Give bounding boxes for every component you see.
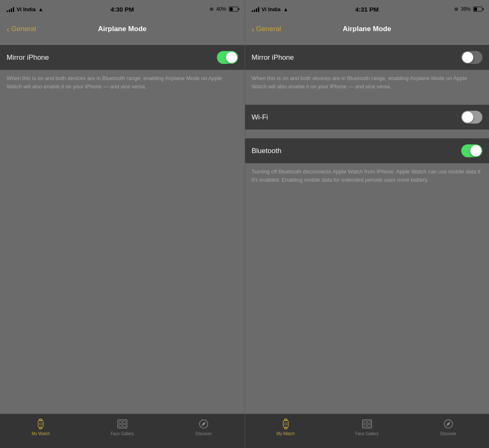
mirror-iphone-row-2: Mirror iPhone [245, 45, 489, 70]
status-left-2: Vi India ▲ [252, 6, 289, 12]
toggle-knob-2 [462, 52, 473, 63]
panel-1: Vi India ▲ 4:30 PM ⊕ 40% ‹ General Airpl… [0, 0, 245, 448]
battery-1 [229, 7, 238, 12]
discover-icon-2 [443, 418, 454, 430]
svg-rect-5 [119, 421, 122, 424]
mirror-iphone-desc-1: When this is on and both devices are in … [0, 70, 245, 96]
wifi-status-icon-2: ▲ [283, 6, 289, 12]
face-gallery-icon-1 [117, 418, 128, 430]
wifi-row: Wi-Fi [245, 105, 489, 130]
mirror-iphone-section-2: Mirror iPhone When this is on and both d… [245, 45, 489, 96]
back-chevron-icon-2: ‹ [252, 25, 255, 33]
svg-rect-7 [119, 424, 122, 427]
battery-2 [473, 7, 482, 12]
battery-percent-2: 39% [461, 6, 471, 12]
time-2: 4:31 PM [355, 6, 379, 13]
nav-bar-1: ‹ General Airplane Mode [0, 18, 245, 40]
back-button-2[interactable]: ‹ General [252, 25, 281, 33]
svg-rect-19 [367, 424, 370, 427]
status-left-1: Vi India ▲ [7, 6, 44, 12]
wifi-section: Wi-Fi [245, 105, 489, 130]
panel-2: Vi India ▲ 4:31 PM ⊕ 39% ‹ General Airpl… [245, 0, 489, 448]
tab-face-gallery-2[interactable]: Face Gallery [326, 418, 408, 436]
discover-icon-1 [198, 418, 209, 430]
carrier-1: Vi India [17, 6, 36, 12]
tab-my-watch-label-2: My Watch [277, 431, 295, 436]
tab-face-gallery-1[interactable]: Face Gallery [82, 418, 163, 436]
status-bar-1: Vi India ▲ 4:30 PM ⊕ 40% [0, 0, 245, 18]
wifi-toggle[interactable] [461, 111, 482, 124]
toggle-knob-1 [226, 52, 237, 63]
svg-rect-11 [283, 420, 288, 428]
tab-discover-label-1: Discover [196, 431, 212, 436]
wifi-toggle-knob [462, 112, 473, 123]
svg-rect-13 [285, 427, 287, 429]
mirror-iphone-desc-2: When this is on and both devices are in … [245, 70, 489, 96]
my-watch-icon-1 [35, 418, 46, 430]
battery-fill-1 [230, 7, 233, 11]
svg-marker-21 [446, 422, 450, 426]
tab-discover-2[interactable]: Discover [408, 418, 489, 436]
svg-rect-18 [364, 424, 367, 427]
svg-point-3 [39, 423, 42, 425]
svg-rect-17 [367, 421, 370, 424]
nav-title-2: Airplane Mode [343, 25, 391, 33]
tab-discover-label-2: Discover [440, 431, 456, 436]
svg-point-14 [285, 423, 287, 425]
svg-rect-0 [38, 420, 43, 428]
mirror-iphone-label-1: Mirror iPhone [7, 54, 49, 62]
battery-percent-1: 40% [216, 6, 226, 12]
bluetooth-row: Bluetooth [245, 138, 489, 163]
svg-rect-6 [123, 421, 126, 424]
back-chevron-icon-1: ‹ [7, 25, 10, 33]
tab-discover-1[interactable]: Discover [163, 418, 245, 436]
my-watch-icon-2 [280, 418, 292, 430]
bluetooth-toggle-knob [470, 145, 482, 156]
battery-fill-2 [474, 7, 477, 11]
bluetooth-section: Bluetooth Turning off Bluetooth disconne… [245, 138, 489, 190]
svg-marker-10 [202, 422, 206, 426]
face-gallery-icon-2 [361, 418, 373, 430]
tab-my-watch-label-1: My Watch [32, 431, 50, 436]
battery-icon-2 [473, 7, 482, 12]
signal-bars-1 [7, 6, 14, 12]
bluetooth-desc: Turning off Bluetooth disconnects Apple … [245, 163, 489, 190]
tab-my-watch-2[interactable]: My Watch [245, 418, 326, 436]
mirror-iphone-section-1: Mirror iPhone When this is on and both d… [0, 45, 245, 96]
mirror-iphone-row-1: Mirror iPhone [0, 45, 245, 70]
svg-rect-1 [39, 419, 42, 421]
content-2: Mirror iPhone When this is on and both d… [245, 40, 489, 414]
battery-icon-1 [229, 7, 238, 12]
carrier-2: Vi India [262, 6, 281, 12]
nav-bar-2: ‹ General Airplane Mode [245, 18, 489, 40]
wifi-label: Wi-Fi [252, 113, 268, 122]
location-icon-2: ⊕ [454, 6, 458, 12]
signal-bars-2 [252, 6, 259, 12]
bluetooth-label: Bluetooth [252, 147, 282, 155]
status-right-1: ⊕ 40% [209, 6, 238, 12]
tab-face-gallery-label-2: Face Gallery [355, 431, 379, 436]
back-button-1[interactable]: ‹ General [7, 25, 36, 33]
tab-bar-2: My Watch Face Gallery Disco [245, 414, 489, 448]
content-1: Mirror iPhone When this is on and both d… [0, 40, 245, 414]
status-bar-2: Vi India ▲ 4:31 PM ⊕ 39% [245, 0, 489, 18]
tab-face-gallery-label-1: Face Gallery [110, 431, 134, 436]
nav-title-1: Airplane Mode [98, 25, 146, 33]
time-1: 4:30 PM [110, 6, 134, 13]
svg-rect-8 [123, 424, 126, 427]
svg-rect-16 [364, 421, 367, 424]
tab-bar-1: My Watch Face Gallery Disco [0, 414, 245, 448]
wifi-status-icon-1: ▲ [38, 6, 44, 12]
svg-rect-12 [285, 419, 287, 421]
mirror-iphone-label-2: Mirror iPhone [252, 54, 294, 62]
tab-my-watch-1[interactable]: My Watch [0, 418, 82, 436]
bluetooth-toggle[interactable] [461, 144, 482, 157]
mirror-iphone-toggle-2[interactable] [461, 51, 482, 64]
status-right-2: ⊕ 39% [454, 6, 482, 12]
location-icon-1: ⊕ [209, 6, 214, 12]
svg-rect-2 [39, 427, 42, 429]
back-label-2[interactable]: General [256, 25, 281, 33]
back-label-1[interactable]: General [11, 25, 36, 33]
mirror-iphone-toggle-1[interactable] [217, 51, 238, 64]
